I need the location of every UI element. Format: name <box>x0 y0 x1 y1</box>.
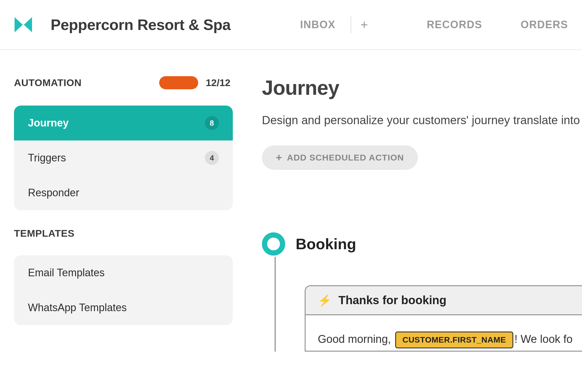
sidebar-item-label: Email Templates <box>28 267 104 279</box>
sidebar-item-email-templates[interactable]: Email Templates <box>14 255 233 290</box>
nav-records[interactable]: RECORDS <box>427 16 482 34</box>
merge-token: CUSTOMER.FIRST_NAME <box>395 332 513 349</box>
sidebar: AUTOMATION 12/12 Journey 8 Triggers 4 Re… <box>0 76 233 352</box>
templates-menu: Email Templates WhatsApp Templates <box>14 255 233 325</box>
add-button-label: ADD SCHEDULED ACTION <box>287 153 404 163</box>
timeline-connector <box>275 257 276 352</box>
stage-title: Booking <box>296 235 356 253</box>
svg-marker-1 <box>24 17 32 32</box>
app-header: Peppercorn Resort & Spa INBOX + RECORDS … <box>0 0 582 50</box>
action-card-body: Good morning, CUSTOMER.FIRST_NAME! We lo… <box>306 315 582 351</box>
add-inbox-icon[interactable]: + <box>361 18 368 31</box>
body-prefix: Good morning, <box>318 333 394 345</box>
automation-section-title: AUTOMATION <box>14 77 81 88</box>
page-description: Design and personalize your customers' j… <box>262 111 582 129</box>
sidebar-item-label: Responder <box>28 187 79 199</box>
stage-marker-icon <box>262 232 285 256</box>
usage-pill-icon <box>159 76 198 89</box>
stage-header: Booking <box>262 232 582 256</box>
add-scheduled-action-button[interactable]: + ADD SCHEDULED ACTION <box>262 145 418 170</box>
bolt-icon: ⚡ <box>318 294 331 307</box>
count-badge: 4 <box>205 151 219 165</box>
automation-usage-badge: 12/12 <box>159 76 230 89</box>
sidebar-item-label: WhatsApp Templates <box>28 302 127 314</box>
journey-stage: Booking ⚡ Thanks for booking Good mornin… <box>262 232 582 352</box>
action-card-header: ⚡ Thanks for booking <box>306 286 582 315</box>
sidebar-item-responder[interactable]: Responder <box>14 175 233 210</box>
plus-icon: + <box>276 152 282 163</box>
usage-count: 12/12 <box>206 77 230 88</box>
action-card-title: Thanks for booking <box>338 294 446 307</box>
nav-orders[interactable]: ORDERS <box>521 16 568 34</box>
body-suffix: ! We look fo <box>514 333 573 345</box>
nav-inbox-group: INBOX + <box>300 16 368 34</box>
brand-logo <box>14 15 33 34</box>
sidebar-item-journey[interactable]: Journey 8 <box>14 106 233 140</box>
svg-marker-0 <box>15 17 23 32</box>
nav-inbox[interactable]: INBOX <box>300 16 336 34</box>
automation-menu: Journey 8 Triggers 4 Responder <box>14 106 233 210</box>
count-badge: 8 <box>205 116 219 130</box>
templates-section-title: TEMPLATES <box>14 228 233 239</box>
timeline: ⚡ Thanks for booking Good morning, CUSTO… <box>262 257 582 352</box>
page-title: Journey <box>262 76 582 99</box>
main-content: Journey Design and personalize your cust… <box>233 76 582 352</box>
nav-divider <box>351 16 351 33</box>
action-card[interactable]: ⚡ Thanks for booking Good morning, CUSTO… <box>305 285 582 352</box>
sidebar-item-whatsapp-templates[interactable]: WhatsApp Templates <box>14 290 233 325</box>
sidebar-item-label: Triggers <box>28 152 66 164</box>
org-name: Peppercorn Resort & Spa <box>51 16 230 33</box>
sidebar-item-label: Journey <box>28 117 69 129</box>
top-nav: INBOX + RECORDS ORDERS <box>300 16 568 34</box>
automation-header: AUTOMATION 12/12 <box>14 76 233 89</box>
sidebar-item-triggers[interactable]: Triggers 4 <box>14 140 233 175</box>
